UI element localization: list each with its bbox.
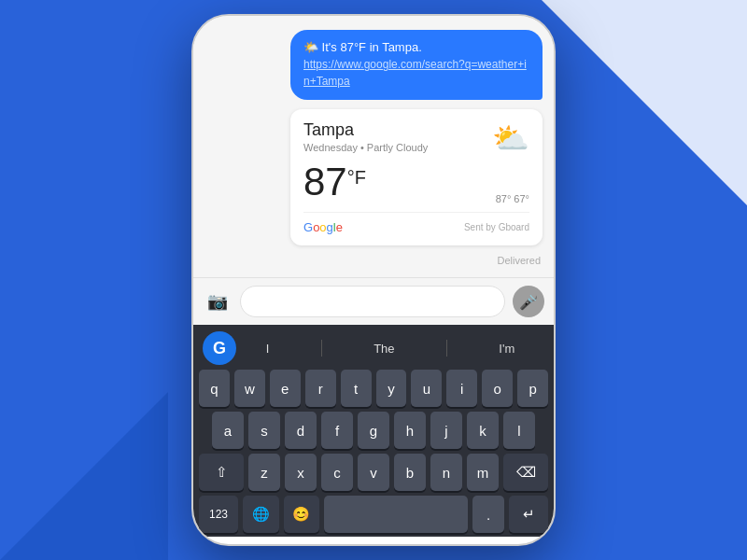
key-e[interactable]: e [270,370,301,407]
shift-key[interactable]: ⇧ [199,454,244,491]
weather-card-header: Tampa Wednesday • Partly Cloudy ⛅ [303,120,529,156]
weather-temp: 87°F [303,160,366,204]
key-n[interactable]: n [430,454,462,491]
key-t[interactable]: t [341,370,372,407]
backspace-key[interactable]: ⌫ [503,454,548,491]
suggestion-center[interactable]: The [366,342,402,356]
key-u[interactable]: u [411,370,442,407]
bg-triangle-top-right [542,0,747,205]
suggestions: I The I'm [236,340,544,357]
weather-range: 87° 67° [496,193,529,204]
key-z[interactable]: z [248,454,280,491]
key-c[interactable]: c [321,454,353,491]
suggestion-divider-1 [321,340,322,357]
bubble-link[interactable]: https://www.google.com/search?q=weather+… [303,58,527,88]
sent-by-label: Sent by Gboard [464,222,529,232]
key-r[interactable]: r [305,370,336,407]
key-k[interactable]: k [467,412,499,449]
weather-icon: ⛅ [492,120,529,156]
suggestion-divider-2 [446,340,447,357]
key-row-4: 123 🌐 😊 . ↵ [199,496,548,533]
key-f[interactable]: f [321,412,353,449]
weather-card-footer: Google Sent by Gboard [303,212,529,234]
key-x[interactable]: x [285,454,317,491]
message-bubble: 🌤️ It's 87°F in Tampa. https://www.googl… [290,30,543,100]
weather-card: Tampa Wednesday • Partly Cloudy ⛅ 87°F 8… [290,109,543,245]
key-q[interactable]: q [199,370,230,407]
key-d[interactable]: d [285,412,317,449]
suggestions-bar: G I The I'm [197,330,550,366]
weather-day-condition: Wednesday • Partly Cloudy [303,142,428,153]
suggestion-left[interactable]: I [259,342,277,356]
enter-key[interactable]: ↵ [509,496,548,533]
mic-button[interactable]: 🎤 [513,286,544,317]
key-row-3: ⇧ z x c v b n m ⌫ [199,454,548,491]
bg-triangle-bottom-left [0,392,168,560]
emoji-key[interactable]: 😊 [284,496,320,533]
google-logo: Google [303,220,343,234]
globe-key[interactable]: 🌐 [243,496,279,533]
key-row-2: a s d f g h j k l [199,412,548,449]
weather-temp-row: 87°F 87° 67° [303,156,529,204]
camera-button[interactable]: 📷 [203,287,233,316]
weather-info: Tampa Wednesday • Partly Cloudy [303,120,428,153]
suggestion-right[interactable]: I'm [491,342,522,356]
key-y[interactable]: y [376,370,407,407]
period-key[interactable]: . [472,496,504,533]
key-i[interactable]: i [446,370,477,407]
weather-city: Tampa [303,120,428,140]
space-key[interactable] [324,496,468,533]
key-row-1: q w e r t y u i o p [199,370,548,407]
keyboard: G I The I'm q w e r t y u i o [193,325,554,537]
key-a[interactable]: a [212,412,244,449]
num-key[interactable]: 123 [199,496,238,533]
key-l[interactable]: l [503,412,535,449]
key-s[interactable]: s [248,412,280,449]
key-rows: q w e r t y u i o p a s d f g h j k [197,370,550,533]
bubble-text: 🌤️ It's 87°F in Tampa. [303,39,529,56]
key-g[interactable]: g [358,412,389,449]
delivered-status: Delivered [204,255,543,266]
message-input[interactable] [240,286,505,317]
key-o[interactable]: o [482,370,513,407]
input-bar: 📷 🎤 [193,277,554,325]
phone-frame: 🌤️ It's 87°F in Tampa. https://www.googl… [191,14,556,546]
gboard-logo: G [203,331,236,365]
key-p[interactable]: p [517,370,548,407]
key-b[interactable]: b [394,454,426,491]
key-h[interactable]: h [394,412,426,449]
key-m[interactable]: m [467,454,499,491]
key-j[interactable]: j [430,412,462,449]
key-v[interactable]: v [358,454,389,491]
message-area: 🌤️ It's 87°F in Tampa. https://www.googl… [193,16,554,277]
key-w[interactable]: w [234,370,265,407]
